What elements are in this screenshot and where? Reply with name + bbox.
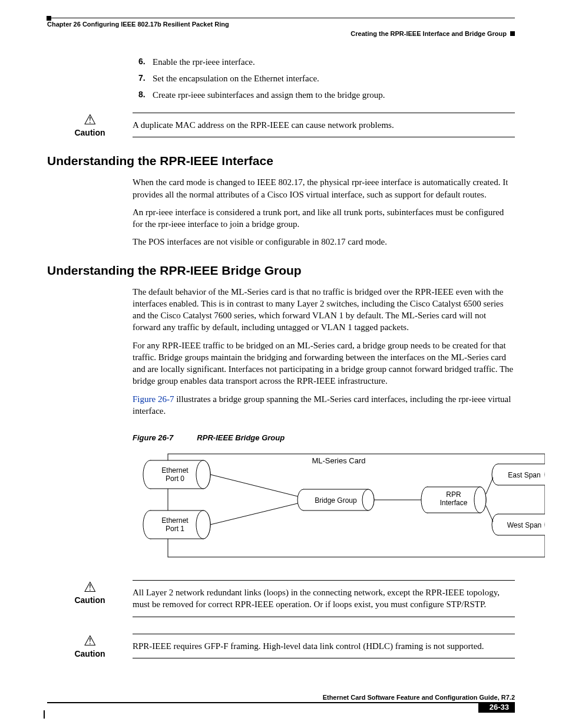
- caution-icon: ⚠: [47, 634, 133, 648]
- caution-block-1: ⚠ Caution A duplicate MAC address on the…: [47, 113, 515, 137]
- svg-text:Interface: Interface: [440, 499, 468, 507]
- footer-pagenum: 26-33: [490, 702, 509, 713]
- caution-text: A duplicate MAC address on the RPR-IEEE …: [133, 113, 515, 137]
- svg-text:Ethernet: Ethernet: [161, 466, 189, 475]
- crop-mark: [44, 710, 45, 719]
- step-8: Create rpr-ieee subinterfaces and assign…: [138, 88, 515, 102]
- caution-block-2: ⚠ Caution All Layer 2 network redundant …: [47, 580, 515, 617]
- body-p: An rpr-ieee interface is considered a tr…: [133, 206, 515, 230]
- figure-diagram: ML-Series Card Ethernet Port 0 Ethernet …: [133, 448, 515, 568]
- body-p: For any RPR-IEEE traffic to be bridged o…: [133, 340, 515, 387]
- svg-point-2: [196, 460, 210, 489]
- heading-bridge-group: Understanding the RPR-IEEE Bridge Group: [47, 263, 515, 278]
- svg-line-25: [486, 477, 493, 494]
- figure-xref[interactable]: Figure 26-7: [133, 394, 174, 404]
- step-7: Set the encapsulation on the Ethernet in…: [138, 71, 515, 85]
- caution-label: Caution: [47, 595, 133, 605]
- header-section: Creating the RPR-IEEE Interface and Brid…: [351, 30, 507, 37]
- svg-text:East Span: East Span: [508, 471, 540, 479]
- footer: Ethernet Card Software Feature and Confi…: [47, 694, 515, 713]
- header-rule: [47, 18, 515, 18]
- svg-text:Port 0: Port 0: [166, 475, 184, 483]
- caution-text: All Layer 2 network redundant links (loo…: [133, 580, 515, 617]
- svg-text:West Span: West Span: [507, 521, 541, 529]
- diagram-ml-card-label: ML-Series Card: [312, 456, 365, 465]
- caution-label: Caution: [47, 128, 133, 137]
- caution-icon: ⚠: [47, 113, 133, 127]
- body-p: Figure 26-7 illustrates a bridge group s…: [133, 393, 515, 417]
- step-6: Enable the rpr-ieee interface.: [138, 55, 515, 69]
- header-section-marker: [510, 31, 515, 36]
- header-chapter: Chapter 26 Configuring IEEE 802.17b Resi…: [47, 21, 229, 28]
- svg-line-23: [210, 503, 297, 525]
- svg-point-10: [362, 489, 374, 510]
- step-list: Enable the rpr-ieee interface. Set the e…: [138, 55, 515, 102]
- svg-text:RPR: RPR: [446, 490, 461, 499]
- svg-point-13: [474, 487, 486, 513]
- svg-text:Bridge Group: Bridge Group: [315, 496, 357, 505]
- body-p: The POS interfaces are not visible or co…: [133, 236, 515, 248]
- svg-line-26: [486, 506, 493, 522]
- svg-line-22: [210, 475, 297, 496]
- svg-text:Port 1: Port 1: [166, 525, 184, 533]
- svg-point-6: [196, 510, 210, 539]
- body-p: When the card mode is changed to IEEE 80…: [133, 176, 515, 200]
- caution-label: Caution: [47, 649, 133, 658]
- figure-caption: Figure 26-7RPR-IEEE Bridge Group: [133, 433, 515, 442]
- footer-title: Ethernet Card Software Feature and Confi…: [47, 694, 515, 701]
- heading-rpr-interface: Understanding the RPR-IEEE Interface: [47, 154, 515, 168]
- caution-text: RPR-IEEE requires GFP-F framing. High-le…: [133, 634, 515, 658]
- caution-block-3: ⚠ Caution RPR-IEEE requires GFP-F framin…: [47, 634, 515, 658]
- body-p: The default behavior of the ML-Series ca…: [133, 286, 515, 334]
- svg-text:Ethernet: Ethernet: [161, 516, 189, 525]
- caution-icon: ⚠: [47, 580, 133, 594]
